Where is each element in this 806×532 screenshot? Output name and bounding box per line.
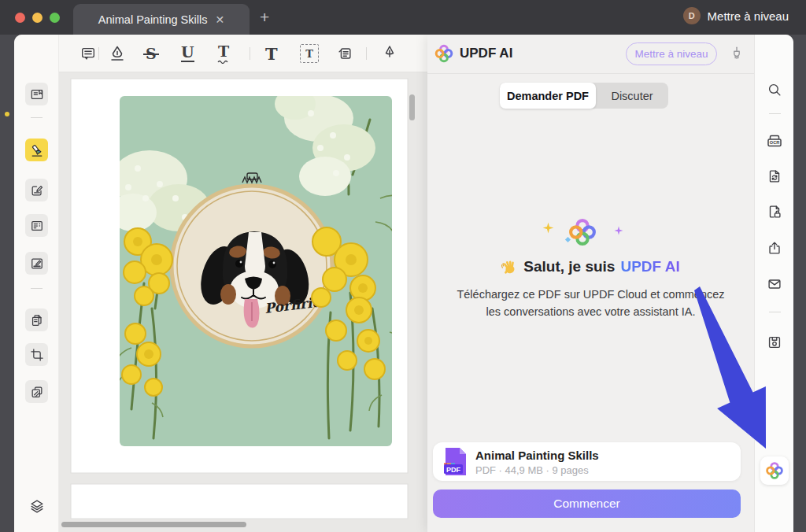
ai-panel: UPDF AI Mettre à niveau Demander PDF Dis…	[427, 35, 754, 532]
ai-description-line1: Téléchargez ce PDF sur UPDF Cloud et com…	[427, 286, 754, 304]
pdf-file-card[interactable]: PDF Animal Painting Skills PDF · 44,9 MB…	[433, 442, 741, 481]
text-tool[interactable]: T	[265, 43, 278, 64]
pdf-page-view: Porfirio	[59, 72, 427, 532]
pages-icon	[29, 312, 45, 328]
sign-icon	[29, 256, 45, 272]
ai-description-line2: les conversations avec votre assistant I…	[427, 304, 754, 321]
left-sidebar	[14, 35, 59, 532]
sidebar-item-form[interactable]	[25, 214, 48, 237]
sparkle-icon	[542, 222, 554, 234]
close-window-button[interactable]	[15, 13, 25, 23]
sidebar-divider	[31, 117, 43, 118]
ai-welcome-block: Salut, je suis UPDF AI Téléchargez ce PD…	[427, 217, 754, 321]
rail-ai-button[interactable]	[760, 456, 789, 485]
squiggly-icon: T	[217, 44, 230, 64]
pdf-page-2[interactable]	[71, 484, 408, 519]
highlight-tool[interactable]	[108, 43, 127, 64]
ocr-icon-label: OCR	[770, 140, 779, 145]
sidebar-item-pages[interactable]	[25, 308, 48, 331]
edit-icon	[29, 183, 45, 198]
ai-mode-tabs: Demander PDF Discuter	[500, 83, 668, 109]
sidebar-item-reader[interactable]	[25, 83, 48, 105]
save-icon	[766, 334, 783, 351]
annotation-toolbar: S U T T T f	[59, 35, 427, 72]
pdf-file-icon: PDF	[444, 448, 466, 475]
dog-embroidery-photo: Porfirio	[109, 88, 404, 446]
rail-ocr-button[interactable]: OCR	[763, 130, 786, 152]
horizontal-scrollbar[interactable]	[61, 522, 246, 527]
document-tab-title: Animal Painting Skills	[98, 13, 208, 26]
sidebar-item-watermark[interactable]	[25, 380, 48, 403]
rail-mail-button[interactable]	[763, 273, 786, 295]
sidebar-item-layers[interactable]	[25, 494, 48, 517]
ocr-icon: OCR	[765, 131, 784, 150]
titlebar-upgrade-button[interactable]: D Mettre à niveau	[683, 7, 789, 24]
minimize-window-button[interactable]	[32, 13, 43, 23]
comment-tool[interactable]	[79, 43, 97, 64]
app-window: S U T T T f	[14, 35, 793, 532]
mail-icon	[766, 275, 783, 293]
document-canvas[interactable]: Porfirio	[59, 72, 427, 532]
callout-tool[interactable]	[336, 43, 353, 64]
squiggly-tool[interactable]: T	[217, 43, 230, 64]
toolbar-divider	[250, 47, 250, 60]
ai-panel-header: UPDF AI Mettre à niveau	[427, 35, 754, 74]
sparkle-icon	[614, 226, 623, 235]
crop-icon	[29, 347, 45, 363]
ai-panel-title: UPDF AI	[460, 46, 512, 61]
text-icon: T	[265, 46, 278, 62]
clean-brush-icon[interactable]	[728, 45, 745, 62]
updf-ai-icon	[765, 461, 784, 480]
document-tab[interactable]: Animal Painting Skills ✕	[73, 4, 250, 35]
pen-icon	[380, 44, 399, 63]
strikethrough-icon: S	[146, 46, 157, 61]
rail-protect-button[interactable]	[763, 201, 786, 223]
comment-icon	[79, 45, 97, 62]
protect-lock-icon	[766, 203, 783, 220]
greeting-text: Salut, je suis	[523, 258, 615, 275]
start-button[interactable]: Commencer	[433, 490, 741, 518]
rail-search-button[interactable]	[763, 79, 786, 101]
tab-close-icon[interactable]: ✕	[215, 13, 224, 26]
zoom-window-button[interactable]	[50, 13, 60, 23]
reader-icon	[29, 87, 45, 102]
right-rail: OCR	[754, 35, 793, 532]
callout-icon	[336, 45, 353, 62]
panel-upgrade-button[interactable]: Mettre à niveau	[626, 42, 717, 65]
sidebar-item-edit[interactable]	[25, 179, 48, 201]
file-name: Animal Painting Skills	[475, 449, 599, 462]
watermark-icon	[29, 384, 45, 400]
rail-share-button[interactable]	[763, 237, 786, 259]
rail-save-button[interactable]	[763, 331, 786, 353]
convert-icon	[766, 168, 783, 185]
wave-hand-icon	[501, 259, 518, 275]
share-icon	[766, 239, 783, 257]
sidebar-item-annotate-active[interactable]	[25, 139, 48, 161]
tab-chat[interactable]: Discuter	[596, 83, 668, 109]
rail-divider	[769, 113, 781, 114]
file-meta: PDF · 44,9 MB · 9 pages	[475, 464, 589, 476]
toolbar-divider	[366, 47, 367, 60]
tab-ask-pdf[interactable]: Demander PDF	[500, 83, 596, 109]
pen-tool[interactable]	[380, 43, 399, 64]
underline-icon: U	[181, 45, 194, 62]
sidebar-item-crop[interactable]	[25, 343, 48, 366]
form-icon	[29, 218, 45, 234]
vertical-scrollbar[interactable]	[409, 94, 415, 120]
updf-ai-logo-large-icon	[568, 217, 597, 247]
updf-ai-logo-icon	[434, 44, 453, 63]
highlighter-icon	[29, 142, 45, 158]
titlebar: Animal Painting Skills ✕ + D Mettre à ni…	[0, 0, 806, 35]
new-tab-button[interactable]: +	[260, 8, 269, 27]
active-tool-indicator-dot	[5, 112, 9, 116]
account-avatar[interactable]: D	[683, 7, 701, 24]
strikethrough-tool[interactable]: S	[146, 43, 157, 64]
sidebar-divider	[31, 288, 43, 289]
textbox-tool[interactable]: T	[300, 43, 319, 64]
sidebar-item-sign[interactable]	[25, 252, 48, 275]
highlighter-pen-icon	[108, 44, 127, 63]
underline-tool[interactable]: U	[181, 43, 194, 64]
search-icon	[766, 81, 783, 98]
layers-icon	[28, 497, 46, 515]
rail-convert-button[interactable]	[763, 165, 786, 187]
